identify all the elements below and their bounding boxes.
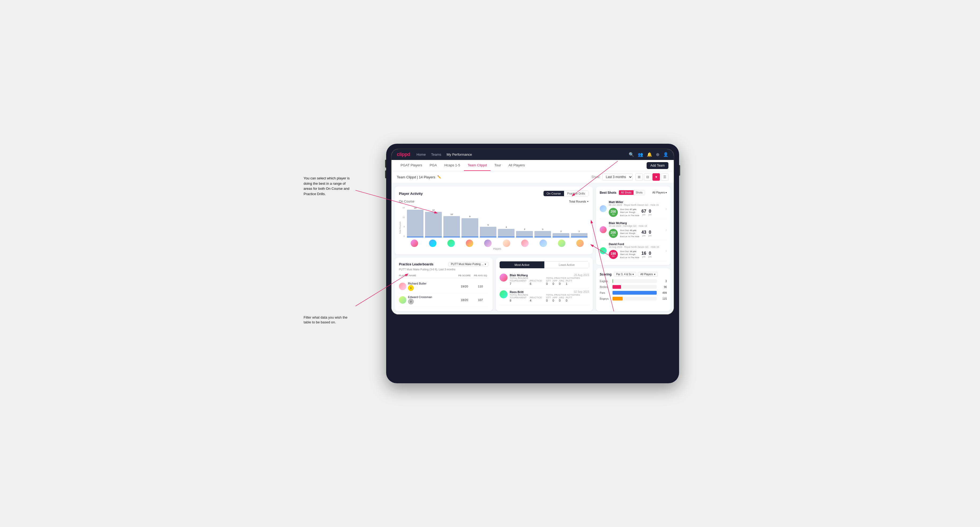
sub-nav-pgat[interactable]: PGAT Players [397,160,426,171]
volume-down-button [385,170,386,178]
scoring-bar-birdies [612,285,621,289]
course-toggle-group: On Course Practice Drills [543,190,589,197]
shot-badge-unit-0: SG [612,213,615,215]
grid-4-view-btn[interactable]: ⊞ [635,173,643,181]
app-val-0: 0 [552,282,557,285]
scoring-label-bogeys: Bogeys [600,297,610,300]
sub-nav-hcaps[interactable]: Hcaps 1-5 [441,160,464,171]
scoring-bar-bogeys [612,297,623,300]
bar-value-2: 10 [450,213,453,216]
shot-item-0[interactable]: Matt Miller 09 Jun 2023 · Royal North De… [600,198,667,219]
nav-home[interactable]: Home [417,152,426,157]
bar-value-1: 12 [432,209,434,211]
sub-nav-all-players[interactable]: All Players [504,160,528,171]
nav-right: 🔍 👥 🔔 ⊕ 👤 [629,152,668,157]
scoring-val-bogeys: 115 [659,297,667,300]
shot-detail-0: 09 Jun 2023 · Royal North Devon GC · Hol… [609,204,665,206]
bar-value-9: 2 [579,230,580,233]
on-course-toggle[interactable]: On Course [544,191,564,196]
scoring-players-dropdown[interactable]: All Players ▾ [638,272,657,276]
putt-label-1: PUTT [566,296,572,299]
gtt-val-1: 0 [546,299,551,302]
right-panel: Best Shots All Shots Shots All Players ▾ [596,186,671,311]
shot-item-2[interactable]: David Ford 24 Aug 2023 · Royal North Dev… [600,240,667,261]
bar-group-6: 3 [516,228,533,237]
shot-player-info-0: Matt Miller 09 Jun 2023 · Royal North De… [609,200,665,217]
scoring-par-dropdown[interactable]: Par 3, 4 & 5s ▾ [614,272,636,276]
scoring-bar-wrap-eagles [612,279,657,283]
sub-nav-team-clippd[interactable]: Team Clippd [464,160,490,171]
practice-activities-block-1: Total Practice Activities GTT 0 [546,294,580,302]
best-shots-header: Best Shots All Shots Shots All Players ▾ [600,190,667,195]
bar-chart: 13 12 [406,205,589,237]
chart-dropdown-arrow: ▾ [587,200,589,203]
grid-3-view-btn[interactable]: ⊟ [644,173,651,181]
shot-item-1[interactable]: Blair McHarg 23 Jul 2023 · Ashridge GC ·… [600,219,667,240]
time-period-select[interactable]: Last 3 months Last 6 months Last year [602,173,633,181]
chart-avatar-6 [521,240,529,247]
arg-label-1: ARG [559,296,564,299]
shot-extra-num-1: 0 [649,230,651,235]
putt-val-0: 1 [566,282,572,285]
practice-drills-toggle[interactable]: Practice Drills [564,191,588,196]
y-label-15: 15 [402,206,405,209]
all-players-dropdown[interactable]: All Players ▾ [652,191,667,194]
tournament-val-0: 7 [510,282,527,285]
chart-metric-dropdown[interactable]: Total Rounds ▾ [569,200,589,203]
bar-accent-7 [535,237,551,237]
shot-extra-num-2: 0 [649,251,651,256]
tournament-label-1: Tournament [510,296,527,299]
bar-group-9: 2 [571,230,587,237]
shot-dist-num-1: 43 [641,230,646,235]
chart-avatar-1 [429,240,436,247]
bar-accent-8 [552,237,569,237]
most-active-tab[interactable]: Most Active [500,261,544,268]
bar-group-0: 13 [407,207,423,237]
bar-group-4: 5 [480,224,496,237]
leaderboard-drill-dropdown[interactable]: PUTT Must Make Putting ... ▾ [449,262,488,267]
total-rounds-label-0: Total Rounds [510,277,542,279]
shot-detail-1: 23 Jul 2023 · Ashridge GC · Hole 15 [609,225,665,227]
plus-circle-icon[interactable]: ⊕ [656,152,659,157]
bar-value-5: 4 [506,226,507,229]
user-icon[interactable]: 👤 [663,152,668,157]
shots-tab[interactable]: Shots [633,190,645,195]
people-icon[interactable]: 👥 [638,152,643,157]
sub-nav-tour[interactable]: Tour [490,160,504,171]
search-icon[interactable]: 🔍 [629,152,634,157]
scoring-par-label: Par 3, 4 & 5s [616,273,632,276]
heart-view-btn[interactable]: ♥ [652,173,660,181]
leaderboard-row-0: Richard Butler 1 19/20 110 [399,280,488,293]
sub-nav-pga[interactable]: PGA [426,160,441,171]
bar-group-8: 2 [552,230,569,237]
arg-val-1: 0 [559,299,564,302]
leaderboard-columns: PLAYER NAME PB SCORE PB AVG SQ [399,273,488,278]
shot-chevron-0: › [665,206,667,211]
bell-icon[interactable]: 🔔 [647,152,652,157]
active-player-stats-1: Total Rounds Tournament 8 [510,294,589,302]
practice-activities-label-0: Total Practice Activities [546,277,580,279]
nav-teams[interactable]: Teams [431,152,441,157]
edit-icon[interactable]: ✏️ [437,175,441,179]
bar-group-2: 10 [444,213,460,237]
shot-badge-unit-1: SG [612,234,615,236]
scoring-val-pars: 499 [659,291,667,294]
least-active-tab[interactable]: Least Active [544,261,589,268]
scoring-val-eagles: 3 [659,280,667,283]
list-view-btn[interactable]: ☰ [661,173,668,181]
logo: clippd [397,152,410,157]
add-team-button[interactable]: Add Team [647,162,668,169]
bar-value-0: 13 [414,207,417,209]
scoring-bar-eagles [612,279,613,283]
practice-val-1: 4 [530,299,542,302]
all-shots-tab[interactable]: All Shots [619,190,633,195]
bar-chart-inner: 13 12 [406,205,589,250]
scoring-row-eagles: Eagles 3 [600,279,667,283]
leaderboard-avatar-1 [399,296,406,304]
y-axis-labels: 15 10 5 0 [402,205,405,237]
shot-dist-unit-2: yds [642,256,645,258]
scoring-label-pars: Pars [600,291,610,294]
leaderboard-row-1: Edward Crossman 2 18/20 107 [399,293,488,307]
leaderboard-score-1: 18/20 [457,298,473,302]
nav-my-performance[interactable]: My Performance [447,152,472,157]
